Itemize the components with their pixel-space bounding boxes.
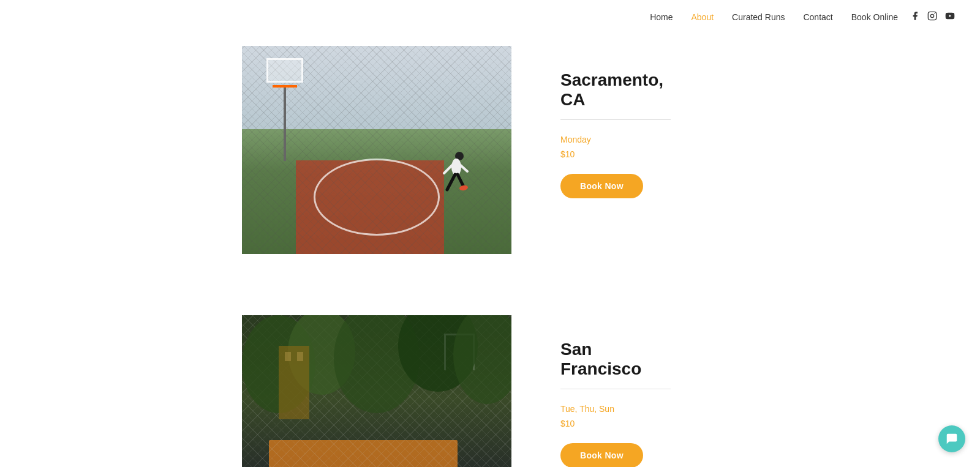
nav-link-about[interactable]: About bbox=[691, 12, 714, 22]
sf-name: San Francisco bbox=[560, 340, 671, 379]
instagram-icon[interactable] bbox=[927, 11, 937, 23]
facebook-icon[interactable] bbox=[910, 11, 920, 23]
nav-item-book-online[interactable]: Book Online bbox=[851, 12, 898, 23]
svg-line-6 bbox=[447, 174, 455, 190]
hoop-structure bbox=[266, 58, 303, 161]
nav-item-curated-runs[interactable]: Curated Runs bbox=[732, 12, 785, 23]
sacramento-info: Sacramento, CA Monday $10 Book Now bbox=[511, 46, 720, 223]
chat-icon bbox=[945, 432, 959, 446]
location-card-sf: San Francisco Tue, Thu, Sun $10 Book Now bbox=[0, 303, 980, 467]
svg-point-10 bbox=[459, 185, 468, 191]
nav-link-book-online[interactable]: Book Online bbox=[851, 12, 898, 22]
svg-point-5 bbox=[451, 159, 461, 176]
sacramento-book-button[interactable]: Book Now bbox=[560, 174, 643, 198]
svg-rect-18 bbox=[297, 352, 303, 361]
nav-social bbox=[910, 11, 956, 23]
sacramento-divider bbox=[560, 119, 671, 120]
nav-item-contact[interactable]: Contact bbox=[803, 12, 832, 23]
hoop-board bbox=[266, 58, 303, 83]
nav-link-contact[interactable]: Contact bbox=[803, 12, 832, 22]
svg-point-2 bbox=[934, 13, 935, 13]
nav-links: Home About Curated Runs Contact Book Onl… bbox=[650, 12, 898, 23]
navigation: Home About Curated Runs Contact Book Onl… bbox=[0, 0, 980, 34]
trees-silhouette bbox=[242, 315, 511, 419]
youtube-icon[interactable] bbox=[944, 11, 956, 23]
sf-divider bbox=[560, 389, 671, 389]
sacramento-image bbox=[242, 46, 511, 254]
sacramento-schedule: Monday bbox=[560, 135, 671, 144]
location-card-sacramento: Sacramento, CA Monday $10 Book Now bbox=[0, 34, 980, 266]
main-content: Sacramento, CA Monday $10 Book Now bbox=[0, 0, 980, 467]
sf-book-button[interactable]: Book Now bbox=[560, 443, 643, 467]
sacramento-price: $10 bbox=[560, 149, 671, 159]
nav-item-home[interactable]: Home bbox=[650, 12, 673, 23]
hoop-pole bbox=[284, 88, 286, 161]
svg-point-1 bbox=[930, 14, 933, 17]
svg-point-15 bbox=[453, 315, 511, 404]
svg-rect-16 bbox=[279, 346, 309, 419]
svg-line-9 bbox=[461, 165, 467, 171]
nav-link-home[interactable]: Home bbox=[650, 12, 673, 22]
sacramento-name: Sacramento, CA bbox=[560, 70, 671, 110]
sf-image bbox=[242, 315, 511, 467]
svg-rect-0 bbox=[928, 12, 936, 20]
player-silhouette bbox=[438, 150, 469, 199]
nav-item-about[interactable]: About bbox=[691, 12, 714, 23]
svg-line-7 bbox=[458, 174, 464, 187]
sf-info: San Francisco Tue, Thu, Sun $10 Book Now bbox=[511, 315, 720, 467]
svg-rect-17 bbox=[285, 352, 291, 361]
nav-link-curated-runs[interactable]: Curated Runs bbox=[732, 12, 785, 22]
chat-bubble[interactable] bbox=[938, 425, 965, 452]
sf-price: $10 bbox=[560, 419, 671, 428]
sf-schedule: Tue, Thu, Sun bbox=[560, 404, 671, 414]
svg-line-8 bbox=[444, 165, 452, 173]
